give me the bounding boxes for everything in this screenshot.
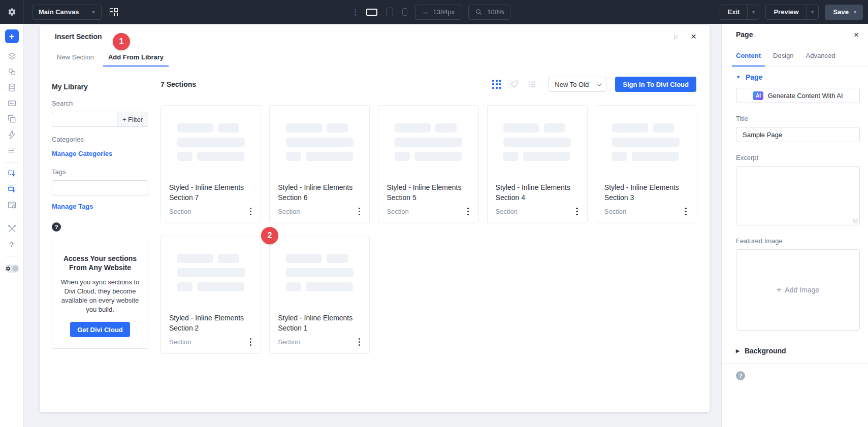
skeleton-bar (177, 138, 245, 147)
card-title: Styled - Inline Elements Section 2 (169, 313, 254, 333)
card-options-kebab-icon[interactable] (682, 206, 690, 218)
phone-view-button[interactable] (401, 7, 408, 17)
more-options-kebab-icon[interactable] (352, 7, 358, 18)
exit-button[interactable]: Exit (720, 5, 748, 19)
manage-categories-link[interactable]: Manage Categories (52, 150, 112, 157)
layout-grid-button[interactable] (110, 8, 118, 16)
section-card[interactable]: Styled - Inline Elements Section 4 Secti… (487, 105, 588, 223)
field-card-icon[interactable] (4, 95, 19, 111)
card-options-kebab-icon[interactable] (464, 206, 472, 218)
card-options-kebab-icon[interactable] (356, 336, 364, 348)
builder-settings-gear-icon[interactable] (0, 0, 23, 24)
generate-content-ai-button[interactable]: AI Generate Content With AI (736, 88, 860, 103)
section-thumbnail-skeleton (177, 123, 245, 161)
database-icon[interactable] (4, 80, 19, 95)
manage-tags-link[interactable]: Manage Tags (52, 203, 93, 210)
library-content: 7 Sections New To Old Sign In (160, 77, 696, 412)
add-button[interactable]: + (5, 29, 19, 43)
preview-dropdown-chevron-icon[interactable]: ▾ (807, 5, 818, 19)
list-view-icon[interactable] (527, 79, 538, 90)
desktop-view-button[interactable] (365, 8, 378, 17)
tab-advanced[interactable]: Advanced (802, 45, 840, 67)
save-button[interactable]: Save ▾ (825, 5, 863, 20)
skeleton-bar (503, 152, 519, 161)
panel-close-icon[interactable]: × (854, 30, 859, 39)
search-label: Search (52, 100, 148, 107)
library-help-icon[interactable]: ? (52, 222, 61, 232)
settings-toggle[interactable] (5, 265, 19, 273)
modal-tabs: New Section Add From Library (40, 48, 710, 67)
phone-icon (402, 8, 407, 16)
canvas-width-field[interactable]: ↔ 1384px (415, 5, 462, 20)
get-divi-cloud-button[interactable]: Get Divi Cloud (70, 322, 130, 337)
canvas-selector[interactable]: Main Canvas ▾ (32, 5, 102, 20)
card-type: Section (387, 208, 408, 215)
section-card[interactable]: Styled - Inline Elements Section 6 Secti… (269, 105, 370, 223)
skeleton-bar (218, 254, 239, 263)
section-card[interactable]: Styled - Inline Elements Section 5 Secti… (378, 105, 478, 223)
grid-square (110, 13, 113, 16)
tab-content[interactable]: Content (732, 45, 765, 67)
sign-in-divi-cloud-button[interactable]: Sign In To Divi Cloud (615, 77, 696, 92)
select-caret-icon (597, 81, 602, 86)
close-icon[interactable]: × (691, 31, 696, 41)
plus-icon: + (9, 32, 15, 41)
tab-new-section[interactable]: New Section (52, 48, 99, 67)
sort-arrows-icon[interactable]: ↓↑ (673, 32, 678, 40)
promo-heading: Access Your sections From Any Website (58, 254, 142, 272)
panel-tabs: Content Design Advanced (722, 45, 868, 67)
add-image-label: Add Image (785, 286, 819, 294)
page-section-header[interactable]: ▼ Page (736, 73, 762, 81)
section-card[interactable]: Styled - Inline Elements Section 7 Secti… (160, 105, 261, 223)
tab-add-from-library[interactable]: Add From Library (103, 48, 169, 67)
search-input[interactable] (52, 112, 117, 127)
card-title: Styled - Inline Elements Section 6 (278, 183, 363, 203)
panel-body: ▼ Page AI Generate Content With AI Title… (722, 67, 868, 380)
library-toolbar: 7 Sections New To Old Sign In (160, 77, 696, 92)
sort-order-select[interactable]: New To Old (549, 77, 606, 92)
filter-button[interactable]: + Filter (117, 112, 148, 127)
save-button-label: Save (833, 8, 849, 16)
topbar-left-group: Main Canvas ▾ (0, 0, 352, 24)
exit-dropdown-chevron-icon[interactable]: ▾ (747, 5, 759, 19)
utilities-tools-icon[interactable] (4, 221, 19, 237)
grid-square (114, 13, 118, 16)
card-options-kebab-icon[interactable] (573, 206, 581, 218)
section-card[interactable]: Styled - Inline Elements Section 3 Secti… (596, 105, 696, 223)
tag-view-icon[interactable] (509, 79, 520, 90)
background-section-header[interactable]: ▶ Background (736, 338, 860, 363)
section-card[interactable]: Styled - Inline Elements Section 2 Secti… (160, 236, 261, 354)
skeleton-bar (612, 152, 627, 161)
background-section-label: Background (745, 347, 786, 355)
card-options-kebab-icon[interactable] (356, 206, 364, 218)
page-title-input[interactable] (736, 127, 860, 142)
text-rows-icon[interactable] (4, 143, 19, 158)
grid-view-icon[interactable] (491, 79, 502, 90)
preview-button[interactable]: Preview (766, 5, 806, 19)
canvas-zoom-field[interactable]: 100% (468, 5, 510, 20)
add-image-dropzone[interactable]: + Add Image (736, 249, 860, 331)
skeleton-bar (632, 152, 679, 161)
tags-input[interactable] (52, 180, 148, 195)
skeleton-bar (286, 254, 322, 263)
skeleton-bar (286, 123, 322, 133)
layers-icon[interactable] (4, 48, 19, 64)
card-options-kebab-icon[interactable] (247, 336, 255, 348)
insert-row-icon[interactable] (4, 182, 19, 198)
page-layout-icon[interactable] (4, 198, 19, 213)
skeleton-bar (395, 123, 431, 133)
resize-grip-icon[interactable] (853, 219, 858, 223)
skeleton-bar (218, 123, 239, 133)
help-icon[interactable]: ? (4, 237, 19, 252)
design-shapes-icon[interactable] (4, 64, 19, 80)
insert-section-icon[interactable] (4, 166, 19, 182)
tablet-view-button[interactable] (385, 7, 394, 17)
tab-design[interactable]: Design (769, 45, 797, 67)
ai-badge-icon: AI (753, 91, 763, 100)
section-card[interactable]: Styled - Inline Elements Section 1 Secti… (269, 236, 370, 354)
card-options-kebab-icon[interactable] (247, 206, 255, 218)
copy-pages-icon[interactable] (4, 111, 19, 127)
lightning-icon[interactable] (4, 127, 19, 143)
excerpt-textarea[interactable] (736, 166, 860, 225)
panel-help-icon[interactable]: ? (736, 371, 745, 380)
